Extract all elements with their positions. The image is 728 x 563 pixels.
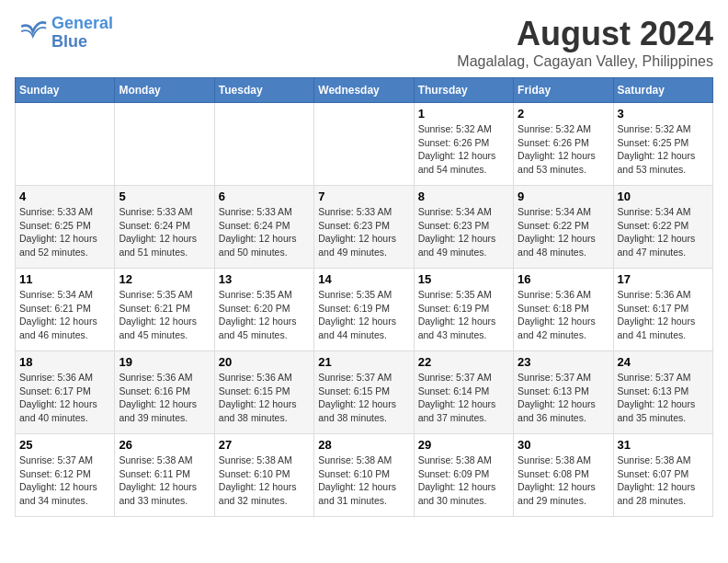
day-number: 19	[119, 355, 210, 369]
day-info: Sunrise: 5:36 AM Sunset: 6:18 PM Dayligh…	[518, 288, 609, 342]
calendar-cell: 24Sunrise: 5:37 AM Sunset: 6:13 PM Dayli…	[613, 351, 712, 434]
day-number: 21	[318, 355, 409, 369]
day-number: 8	[418, 190, 509, 203]
calendar-cell: 31Sunrise: 5:38 AM Sunset: 6:07 PM Dayli…	[613, 434, 712, 517]
calendar-cell: 6Sunrise: 5:33 AM Sunset: 6:24 PM Daylig…	[214, 186, 313, 269]
calendar-week-1: 4Sunrise: 5:33 AM Sunset: 6:25 PM Daylig…	[16, 186, 713, 269]
day-number: 4	[19, 190, 110, 203]
day-number: 30	[518, 438, 609, 452]
calendar-header: SundayMondayTuesdayWednesdayThursdayFrid…	[16, 78, 713, 103]
logo: General Blue	[15, 15, 113, 52]
logo-line2: Blue	[51, 32, 87, 51]
day-number: 16	[518, 272, 609, 286]
day-info: Sunrise: 5:33 AM Sunset: 6:24 PM Dayligh…	[219, 205, 310, 259]
location-title: Magalalag, Cagayan Valley, Philippines	[457, 53, 713, 70]
day-number: 17	[618, 272, 709, 286]
calendar-cell: 21Sunrise: 5:37 AM Sunset: 6:15 PM Dayli…	[314, 351, 414, 434]
day-number: 22	[418, 355, 509, 369]
calendar-cell	[214, 103, 313, 186]
calendar-cell: 30Sunrise: 5:38 AM Sunset: 6:08 PM Dayli…	[514, 434, 613, 517]
calendar-cell: 10Sunrise: 5:34 AM Sunset: 6:22 PM Dayli…	[613, 186, 712, 269]
column-header-tuesday: Tuesday	[214, 78, 313, 103]
day-info: Sunrise: 5:36 AM Sunset: 6:16 PM Dayligh…	[119, 371, 210, 425]
day-info: Sunrise: 5:33 AM Sunset: 6:23 PM Dayligh…	[318, 205, 409, 259]
calendar-table: SundayMondayTuesdayWednesdayThursdayFrid…	[15, 77, 713, 517]
page-header: General Blue August 2024 Magalalag, Caga…	[15, 15, 713, 70]
logo-line1: General	[51, 14, 113, 32]
day-number: 12	[119, 272, 210, 286]
column-header-sunday: Sunday	[16, 78, 115, 103]
day-number: 29	[418, 438, 509, 452]
calendar-cell: 19Sunrise: 5:36 AM Sunset: 6:16 PM Dayli…	[115, 351, 214, 434]
calendar-cell: 8Sunrise: 5:34 AM Sunset: 6:23 PM Daylig…	[414, 186, 513, 269]
day-info: Sunrise: 5:38 AM Sunset: 6:10 PM Dayligh…	[318, 454, 409, 508]
calendar-cell: 12Sunrise: 5:35 AM Sunset: 6:21 PM Dayli…	[115, 269, 214, 351]
calendar-cell: 25Sunrise: 5:37 AM Sunset: 6:12 PM Dayli…	[16, 434, 115, 517]
day-info: Sunrise: 5:35 AM Sunset: 6:19 PM Dayligh…	[418, 288, 509, 342]
calendar-cell: 9Sunrise: 5:34 AM Sunset: 6:22 PM Daylig…	[514, 186, 613, 269]
calendar-cell: 16Sunrise: 5:36 AM Sunset: 6:18 PM Dayli…	[514, 269, 613, 351]
column-header-saturday: Saturday	[613, 78, 712, 103]
day-info: Sunrise: 5:32 AM Sunset: 6:25 PM Dayligh…	[618, 122, 709, 177]
calendar-cell: 23Sunrise: 5:37 AM Sunset: 6:13 PM Dayli…	[514, 351, 613, 434]
day-info: Sunrise: 5:34 AM Sunset: 6:22 PM Dayligh…	[518, 205, 609, 259]
calendar-cell: 11Sunrise: 5:34 AM Sunset: 6:21 PM Dayli…	[16, 269, 115, 351]
day-number: 24	[618, 355, 709, 369]
logo-icon	[15, 17, 48, 50]
day-info: Sunrise: 5:33 AM Sunset: 6:25 PM Dayligh…	[19, 205, 110, 259]
calendar-week-3: 18Sunrise: 5:36 AM Sunset: 6:17 PM Dayli…	[16, 351, 713, 434]
day-number: 27	[219, 438, 310, 452]
calendar-cell: 7Sunrise: 5:33 AM Sunset: 6:23 PM Daylig…	[314, 186, 414, 269]
day-info: Sunrise: 5:36 AM Sunset: 6:17 PM Dayligh…	[618, 288, 709, 342]
calendar-week-2: 11Sunrise: 5:34 AM Sunset: 6:21 PM Dayli…	[16, 269, 713, 351]
day-info: Sunrise: 5:33 AM Sunset: 6:24 PM Dayligh…	[119, 205, 210, 259]
calendar-cell: 18Sunrise: 5:36 AM Sunset: 6:17 PM Dayli…	[16, 351, 115, 434]
day-info: Sunrise: 5:37 AM Sunset: 6:14 PM Dayligh…	[418, 371, 509, 425]
day-info: Sunrise: 5:38 AM Sunset: 6:07 PM Dayligh…	[618, 454, 709, 508]
day-number: 9	[518, 190, 609, 203]
column-header-monday: Monday	[115, 78, 214, 103]
day-number: 1	[418, 107, 509, 121]
day-number: 5	[119, 190, 210, 203]
day-info: Sunrise: 5:38 AM Sunset: 6:11 PM Dayligh…	[119, 454, 210, 508]
day-info: Sunrise: 5:32 AM Sunset: 6:26 PM Dayligh…	[418, 122, 509, 177]
day-info: Sunrise: 5:34 AM Sunset: 6:21 PM Dayligh…	[19, 288, 110, 342]
day-info: Sunrise: 5:37 AM Sunset: 6:12 PM Dayligh…	[19, 454, 110, 508]
calendar-cell	[115, 103, 214, 186]
calendar-cell: 15Sunrise: 5:35 AM Sunset: 6:19 PM Dayli…	[414, 269, 513, 351]
calendar-cell: 22Sunrise: 5:37 AM Sunset: 6:14 PM Dayli…	[414, 351, 513, 434]
calendar-cell: 2Sunrise: 5:32 AM Sunset: 6:26 PM Daylig…	[514, 103, 613, 186]
day-info: Sunrise: 5:32 AM Sunset: 6:26 PM Dayligh…	[518, 122, 609, 177]
day-info: Sunrise: 5:38 AM Sunset: 6:08 PM Dayligh…	[518, 454, 609, 508]
day-number: 10	[618, 190, 709, 203]
day-info: Sunrise: 5:36 AM Sunset: 6:17 PM Dayligh…	[19, 371, 110, 425]
day-number: 18	[19, 355, 110, 369]
month-title: August 2024	[457, 15, 713, 53]
day-number: 26	[119, 438, 210, 452]
day-number: 6	[219, 190, 310, 203]
day-info: Sunrise: 5:37 AM Sunset: 6:13 PM Dayligh…	[618, 371, 709, 425]
calendar-cell	[16, 103, 115, 186]
calendar-cell: 3Sunrise: 5:32 AM Sunset: 6:25 PM Daylig…	[613, 103, 712, 186]
calendar-cell: 17Sunrise: 5:36 AM Sunset: 6:17 PM Dayli…	[613, 269, 712, 351]
column-header-wednesday: Wednesday	[314, 78, 414, 103]
calendar-week-0: 1Sunrise: 5:32 AM Sunset: 6:26 PM Daylig…	[16, 103, 713, 186]
day-number: 7	[318, 190, 409, 203]
calendar-cell: 14Sunrise: 5:35 AM Sunset: 6:19 PM Dayli…	[314, 269, 414, 351]
day-number: 2	[518, 107, 609, 121]
day-info: Sunrise: 5:37 AM Sunset: 6:15 PM Dayligh…	[318, 371, 409, 425]
calendar-body: 1Sunrise: 5:32 AM Sunset: 6:26 PM Daylig…	[16, 103, 713, 517]
day-info: Sunrise: 5:34 AM Sunset: 6:22 PM Dayligh…	[618, 205, 709, 259]
day-info: Sunrise: 5:35 AM Sunset: 6:20 PM Dayligh…	[219, 288, 310, 342]
title-area: August 2024 Magalalag, Cagayan Valley, P…	[457, 15, 713, 70]
calendar-cell: 27Sunrise: 5:38 AM Sunset: 6:10 PM Dayli…	[214, 434, 313, 517]
calendar-cell: 29Sunrise: 5:38 AM Sunset: 6:09 PM Dayli…	[414, 434, 513, 517]
calendar-cell	[314, 103, 414, 186]
day-number: 25	[19, 438, 110, 452]
day-number: 3	[618, 107, 709, 121]
day-number: 23	[518, 355, 609, 369]
column-header-thursday: Thursday	[414, 78, 513, 103]
day-info: Sunrise: 5:35 AM Sunset: 6:19 PM Dayligh…	[318, 288, 409, 342]
calendar-cell: 5Sunrise: 5:33 AM Sunset: 6:24 PM Daylig…	[115, 186, 214, 269]
day-info: Sunrise: 5:36 AM Sunset: 6:15 PM Dayligh…	[219, 371, 310, 425]
